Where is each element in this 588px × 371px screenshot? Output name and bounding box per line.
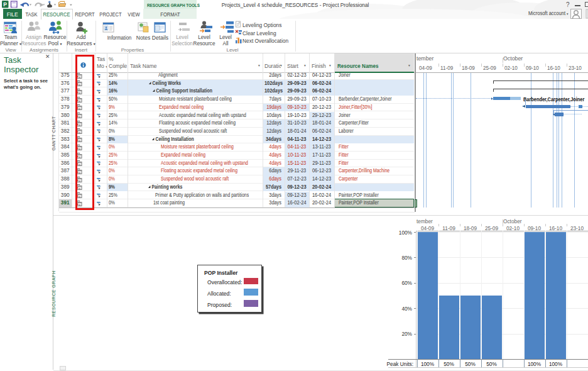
svg-text:P: P (3, 1, 7, 8)
